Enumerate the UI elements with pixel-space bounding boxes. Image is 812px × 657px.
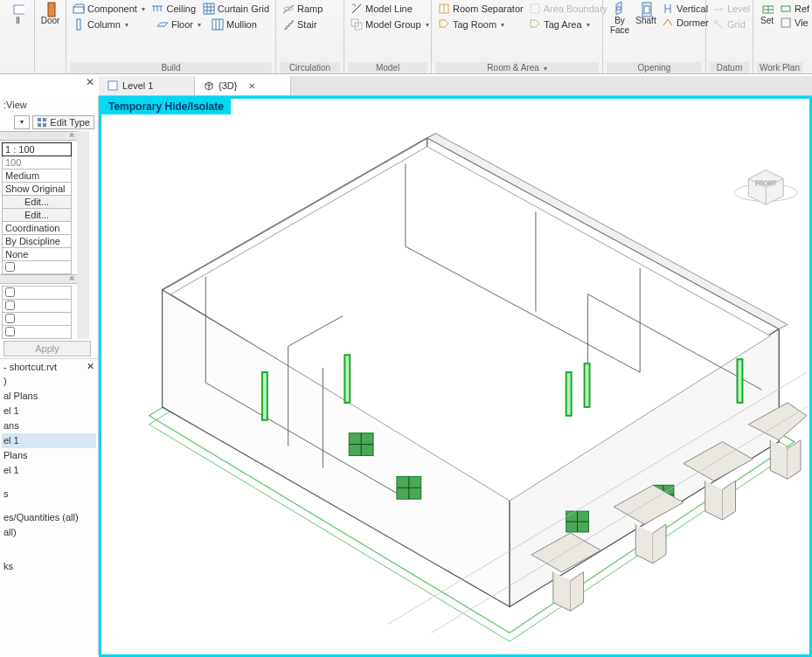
set-button[interactable]: Set bbox=[757, 2, 777, 27]
close-icon[interactable]: ✕ bbox=[248, 81, 255, 91]
modelgroup-button[interactable]: Model Group▾ bbox=[348, 17, 427, 31]
ribbon-group-door: Door bbox=[35, 0, 66, 73]
svg-rect-17 bbox=[781, 18, 790, 27]
floor-button[interactable]: Floor▾ bbox=[154, 17, 204, 31]
edit-type-button[interactable]: Edit Type bbox=[32, 115, 94, 129]
tab-3d-label: {3D} bbox=[219, 80, 237, 91]
areaboundary-label: Area Boundary bbox=[544, 3, 607, 14]
tagarea-button[interactable]: Tag Area▾ bbox=[526, 17, 592, 31]
component-icon bbox=[73, 3, 85, 15]
prop-cb5[interactable] bbox=[3, 326, 72, 339]
ceiling-icon bbox=[151, 3, 163, 15]
prop-cb3[interactable] bbox=[3, 300, 72, 313]
ref-label: Ref bbox=[795, 3, 809, 14]
roomsep-button[interactable]: Room Separator bbox=[435, 2, 526, 16]
curtaingrid-label: Curtain Grid bbox=[218, 3, 269, 14]
svg-rect-0 bbox=[14, 5, 24, 14]
viewer-button[interactable]: Vie bbox=[777, 16, 812, 30]
tree-node[interactable]: s bbox=[2, 487, 96, 501]
props-scrollbar[interactable] bbox=[77, 131, 89, 339]
column-button[interactable]: Column▾ bbox=[70, 17, 131, 31]
tree-node[interactable]: all) bbox=[2, 525, 96, 540]
instance-dropdown[interactable]: ▾ bbox=[14, 115, 30, 129]
ribbon-group-build: Component▾ Ceiling Curtain Grid Column▾ … bbox=[66, 0, 276, 73]
prop-section-header[interactable] bbox=[0, 131, 77, 141]
ref-button[interactable]: Ref bbox=[777, 2, 812, 16]
prop-show[interactable]: Show Original bbox=[3, 183, 72, 196]
svg-rect-20 bbox=[43, 118, 46, 121]
tree-node-selected[interactable]: el 1 bbox=[2, 433, 96, 448]
byface-button[interactable]: By Face bbox=[607, 2, 633, 37]
ramp-label: Ramp bbox=[297, 3, 323, 14]
ribbon-group-left: ll bbox=[2, 0, 35, 73]
dropdown-icon: ▾ bbox=[501, 21, 504, 29]
mullion-button[interactable]: Mullion bbox=[209, 17, 260, 31]
svg-rect-11 bbox=[617, 7, 621, 10]
modelline-button[interactable]: Model Line bbox=[348, 2, 427, 16]
tab-3d[interactable]: {3D} ✕ bbox=[195, 76, 291, 95]
svg-text:FRONT: FRONT bbox=[755, 180, 777, 186]
tree-node[interactable]: el 1 bbox=[2, 404, 96, 418]
tree-node[interactable]: ) bbox=[2, 374, 96, 389]
tree-node[interactable]: ans bbox=[2, 418, 96, 433]
workplane-group-title: Work Plan bbox=[757, 62, 802, 73]
roomsep-label: Room Separator bbox=[453, 3, 524, 14]
apply-button[interactable]: Apply bbox=[3, 341, 91, 356]
prop-detail[interactable]: Medium bbox=[3, 169, 72, 183]
prop-edit2[interactable]: Edit... bbox=[3, 209, 72, 222]
prop-coord[interactable]: Coordination bbox=[3, 222, 72, 235]
prop-none[interactable]: None bbox=[3, 248, 72, 261]
vertical-button[interactable]: Vertical bbox=[659, 2, 711, 16]
ribbon: ll Door Component▾ Ceiling Curtain Grid … bbox=[0, 0, 812, 74]
view-category[interactable]: : View bbox=[0, 96, 98, 114]
prop-edit1[interactable]: Edit... bbox=[3, 196, 72, 209]
svg-rect-2 bbox=[73, 7, 84, 13]
level-button: Level bbox=[710, 2, 749, 16]
stair-button[interactable]: Stair bbox=[280, 17, 340, 31]
model-group-title: Model bbox=[348, 62, 427, 73]
room-group-title[interactable]: Room & Area ▾ bbox=[435, 62, 599, 73]
dropdown-icon: ▾ bbox=[426, 21, 429, 29]
door-button[interactable]: Door bbox=[38, 2, 62, 27]
edit-type-label: Edit Type bbox=[50, 117, 90, 128]
modelline-label: Model Line bbox=[365, 3, 413, 14]
ribbon-group-room: Room Separator Area Boundary Tag Room▾ T… bbox=[432, 0, 603, 73]
svg-rect-26 bbox=[585, 363, 590, 407]
3d-viewport[interactable]: Temporary Hide/Isolate bbox=[99, 96, 812, 657]
project-browser-tree[interactable]: ) al Plans el 1 ans el 1 Plans el 1 s es… bbox=[0, 374, 98, 574]
prop-scale[interactable]: 1 : 100 bbox=[3, 143, 72, 156]
prop-section-header2[interactable] bbox=[0, 274, 77, 284]
wall-button[interactable]: ll bbox=[5, 2, 31, 27]
ref-icon bbox=[780, 3, 792, 15]
tree-node[interactable]: es/Quantities (all) bbox=[2, 510, 96, 525]
ramp-button[interactable]: Ramp bbox=[280, 2, 340, 16]
close-browser-icon[interactable]: ✕ bbox=[87, 361, 94, 372]
tree-node[interactable]: Plans bbox=[2, 448, 96, 463]
face-icon bbox=[614, 3, 626, 16]
column-icon bbox=[73, 18, 85, 31]
modelgroup-label: Model Group bbox=[365, 19, 421, 30]
curtaingrid-button[interactable]: Curtain Grid bbox=[200, 2, 272, 16]
close-properties-icon[interactable]: ✕ bbox=[86, 76, 94, 88]
tab-level1[interactable]: Level 1 bbox=[99, 76, 195, 95]
tree-node[interactable]: ks bbox=[2, 559, 96, 574]
prop-cb2[interactable] bbox=[3, 287, 72, 300]
prop-cb1[interactable] bbox=[3, 261, 72, 274]
datum-group-title: Datum bbox=[710, 62, 749, 73]
prop-discipline[interactable]: By Discipline bbox=[3, 235, 72, 248]
prop-cb4[interactable] bbox=[3, 313, 72, 326]
vert-icon bbox=[662, 3, 674, 15]
shaft-button[interactable]: Shaft bbox=[633, 2, 659, 27]
tree-node[interactable]: el 1 bbox=[2, 463, 96, 478]
svg-rect-18 bbox=[108, 81, 117, 90]
tree-node[interactable]: al Plans bbox=[2, 389, 96, 404]
properties-table: 1 : 100 100 Medium Show Original Edit...… bbox=[2, 142, 72, 274]
dormer-button[interactable]: Dormer bbox=[659, 16, 711, 30]
ramp-icon bbox=[282, 3, 295, 15]
floor-icon bbox=[156, 18, 169, 31]
ribbon-group-circulation: Ramp Stair Circulation bbox=[276, 0, 344, 73]
ceiling-button[interactable]: Ceiling bbox=[149, 2, 198, 16]
tagroom-button[interactable]: Tag Room▾ bbox=[435, 17, 507, 31]
component-button[interactable]: Component▾ bbox=[70, 2, 148, 16]
shaft-label: Shaft bbox=[635, 16, 656, 25]
